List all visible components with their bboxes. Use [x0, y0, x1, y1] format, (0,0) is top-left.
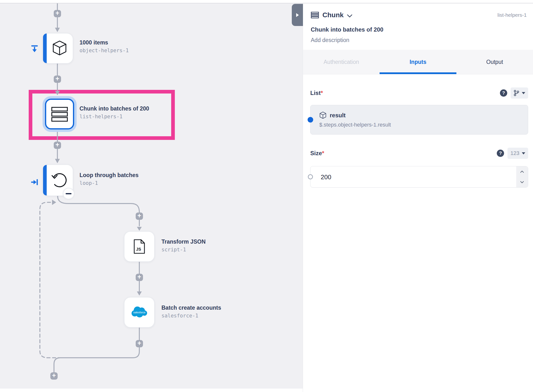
trigger-entry-icon: [31, 45, 38, 52]
salesforce-logo: salesforce: [130, 305, 149, 319]
node-label: Transform JSON script-1: [161, 238, 206, 253]
step-type-title: Chunk: [322, 11, 344, 19]
svg-text:JS: JS: [136, 247, 141, 252]
collapse-loop-badge[interactable]: [63, 188, 74, 199]
add-step-button[interactable]: +: [50, 372, 58, 380]
add-step-button[interactable]: +: [136, 213, 143, 220]
step-config-panel: Chunk list-helpers-1 Chunk into batches …: [303, 3, 533, 392]
active-tab-underline: [380, 72, 456, 74]
node-label: Batch create accounts salesforce-1: [161, 304, 221, 319]
loop-entry-icon: [31, 179, 38, 186]
number-stepper: [516, 166, 528, 187]
branch-icon: [514, 90, 519, 96]
caret-down-icon: [522, 92, 525, 94]
step-id-label: list-helpers-1: [497, 12, 527, 18]
node-salesforce-1[interactable]: salesforce: [124, 297, 155, 328]
js-file-icon: JS: [131, 238, 148, 255]
caret-down-icon: [522, 152, 525, 154]
stepper-down-button[interactable]: [516, 177, 528, 187]
token-path: $.steps.object-helpers-1.result: [319, 122, 521, 128]
node-label: Chunk into batches of 200 list-helpers-1: [80, 105, 149, 120]
node-label: 1000 items object-helpers-1: [80, 39, 129, 54]
size-field-row: Size* ? 123: [310, 148, 528, 159]
workflow-canvas[interactable]: + + + + + + +: [0, 3, 303, 389]
node-card[interactable]: [45, 99, 74, 129]
size-field-label: Size*: [310, 150, 324, 157]
tab-output[interactable]: Output: [456, 50, 533, 74]
token-name: result: [330, 112, 346, 119]
workflow-editor: + + + + + + +: [0, 0, 533, 392]
cube-icon: [52, 40, 68, 56]
step-title[interactable]: Chunk into batches of 200: [311, 26, 527, 33]
list-field-row: List* ?: [310, 87, 528, 99]
stepper-up-button[interactable]: [516, 166, 528, 177]
top-border-strip: [0, 0, 533, 3]
chunk-list-icon: [51, 106, 68, 122]
svg-text:salesforce: salesforce: [133, 311, 145, 314]
size-type-selector[interactable]: 123: [507, 148, 528, 159]
node-list-helpers-1-selected[interactable]: [43, 96, 77, 132]
add-step-button[interactable]: +: [136, 340, 143, 347]
size-input[interactable]: [320, 166, 452, 188]
list-type-selector[interactable]: [511, 87, 528, 99]
inputs-tab-content: List* ?: [303, 87, 533, 187]
node-object-helpers-1[interactable]: [43, 33, 73, 64]
node-accent-stripe: [43, 34, 47, 63]
add-step-button[interactable]: +: [54, 76, 61, 83]
cube-icon: [319, 111, 327, 119]
add-step-button[interactable]: +: [136, 274, 143, 281]
loop-icon: [51, 172, 68, 189]
list-value-token[interactable]: result $.steps.object-helpers-1.result: [310, 105, 528, 135]
tab-inputs[interactable]: Inputs: [380, 50, 456, 74]
node-label: Loop through batches loop-1: [80, 171, 139, 186]
add-step-button[interactable]: +: [54, 142, 61, 149]
step-description-placeholder[interactable]: Add description: [311, 37, 527, 43]
chevron-down-icon[interactable]: [347, 14, 352, 17]
mapped-value-dot: [308, 117, 313, 123]
help-icon[interactable]: ?: [500, 89, 507, 97]
panel-tabbar: Authentication Inputs Output: [303, 50, 533, 74]
tab-authentication[interactable]: Authentication: [303, 50, 380, 74]
size-input-wrap: [310, 166, 528, 187]
collapse-arrow-icon: [296, 13, 299, 17]
help-icon[interactable]: ?: [497, 150, 504, 157]
chevron-up-icon: [520, 170, 524, 173]
unmapped-value-dot: [308, 174, 313, 179]
node-script-1[interactable]: JS: [124, 231, 155, 262]
add-step-button[interactable]: +: [54, 10, 61, 17]
collapse-panel-button[interactable]: [292, 4, 303, 26]
list-field-label: List*: [310, 90, 323, 96]
chunk-step-icon: [311, 12, 319, 18]
node-accent-stripe: [43, 165, 47, 196]
chevron-down-icon: [520, 181, 524, 183]
panel-header: Chunk list-helpers-1: [303, 3, 533, 19]
